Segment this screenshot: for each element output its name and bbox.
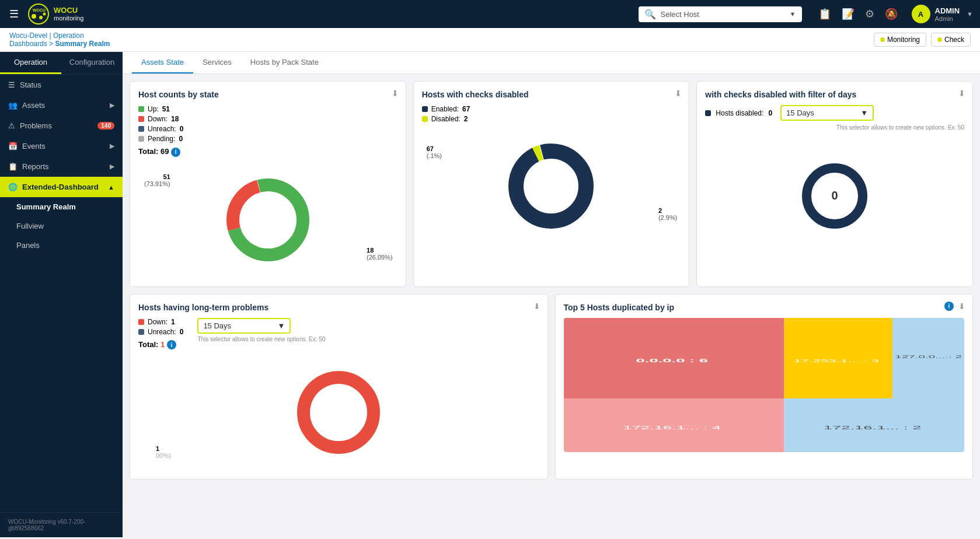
svg-point-7 (516, 151, 586, 221)
logo-text: WOCU monitoring (54, 6, 83, 22)
sidebar: Operation Configuration ☰ Status 👥 Asset… (0, 52, 123, 537)
card-checks-disabled-title: Hosts with checks disabled (422, 90, 681, 99)
problems-badge: 140 (97, 122, 114, 130)
disabled-filter-dot (705, 110, 711, 116)
long-term-selector: 15 Days ▼ This selector allows to create… (197, 318, 325, 342)
tab-hosts-pack-state[interactable]: Hosts by Pack State (241, 52, 328, 74)
download-icon-3[interactable]: ⬇ (958, 89, 965, 98)
sidebar-events-label: Events (22, 142, 46, 150)
long-term-left: Down: 1 Unreach: 0 Total: 1 i (138, 318, 183, 355)
breadcrumb: Wocu-Devel | Operation Dashboards > Summ… (9, 32, 110, 48)
sidebar-item-problems[interactable]: ⚠ Problems 140 (0, 116, 123, 136)
monitoring-dot (880, 37, 885, 42)
sidebar-item-panels[interactable]: Panels (0, 236, 123, 255)
legend-down: Down: 18 (138, 115, 397, 123)
user-menu[interactable]: A ADMIN Admin ▼ (912, 5, 974, 23)
svg-point-4 (43, 13, 46, 16)
notes-button[interactable]: 📋 (816, 5, 833, 23)
sidebar-item-fullview[interactable]: Fullview (0, 216, 123, 236)
svg-text:17.253.1... : 3: 17.253.1... : 3 (793, 358, 879, 363)
sidebar-item-events[interactable]: 📅 Events ▶ (0, 136, 123, 156)
problems-icon: ⚠ (8, 121, 15, 130)
dashboard-tabs: Assets State Services Hosts by Pack Stat… (123, 52, 980, 74)
sidebar-item-status[interactable]: ☰ Status (0, 75, 123, 95)
sidebar-item-reports[interactable]: 📋 Reports ▶ (0, 156, 123, 177)
svg-text:WOCU: WOCU (33, 8, 46, 12)
logo-icon: WOCU (28, 4, 49, 24)
events-arrow-icon: ▶ (110, 142, 114, 150)
tab-operation[interactable]: Operation (0, 52, 61, 74)
user-info: ADMIN Admin (935, 6, 960, 22)
tab-configuration[interactable]: Configuration (61, 52, 123, 74)
days-selector-3[interactable]: 15 Days ▼ (780, 105, 874, 121)
long-term-content: Down: 1 Unreach: 0 Total: 1 i (138, 318, 539, 355)
disabled-filter-chart: 0 (705, 138, 964, 254)
checks-disabled-legend: Enabled: 67 Disabled: 2 (422, 105, 681, 123)
dashboard-row1: Host counts by state ⬇ Up: 51 Down: 18 (123, 74, 980, 287)
sidebar-menu: ☰ Status 👥 Assets ▶ ⚠ Problems 140 📅 Eve… (0, 75, 123, 512)
info-icon[interactable]: i (171, 148, 180, 157)
host-counts-chart: 51 (73.91%) 18 (26.09%) (138, 162, 397, 278)
legend-long-unreach: Unreach: 0 (138, 328, 183, 336)
host-counts-total: Total: 69 i (138, 147, 397, 157)
chevron-down-icon-4: ▼ (278, 321, 285, 330)
card-disabled-filter: with checks disabled with filter of days… (696, 81, 973, 287)
card-long-term-title: Hosts having long-term problems (138, 303, 539, 312)
donut-chart-disabled-filter: 0 (800, 161, 870, 231)
card-long-term: Hosts having long-term problems ⬇ Down: … (130, 294, 548, 480)
info-icon-3[interactable]: i (944, 302, 954, 311)
label-up: 51 (73.91%) (144, 173, 170, 187)
download-icon[interactable]: ⬇ (392, 89, 399, 98)
selector-hint-3: This selector allows to create new optio… (705, 124, 964, 131)
download-icon-4[interactable]: ⬇ (533, 302, 540, 311)
download-icon-5[interactable]: ⬇ (958, 302, 965, 311)
assets-arrow-icon: ▶ (110, 102, 114, 109)
legend-long-down: Down: 1 (138, 318, 183, 326)
info-icon-2[interactable]: i (167, 340, 176, 349)
select-host-dropdown[interactable]: 🔍 Select Host ▼ (639, 6, 802, 22)
sidebar-status-label: Status (20, 80, 41, 89)
long-down-dot (138, 319, 144, 325)
host-counts-legend: Up: 51 Down: 18 Unreach: 0 (138, 105, 397, 157)
reports-arrow-icon: ▶ (110, 163, 114, 170)
long-term-legend: Down: 1 Unreach: 0 Total: 1 i (138, 318, 183, 350)
sidebar-item-summary-realm[interactable]: Summary Realm (0, 197, 123, 216)
legend-enabled: Enabled: 67 (422, 105, 681, 113)
notifications-button[interactable]: 🔕 (883, 5, 900, 23)
tab-services[interactable]: Services (193, 52, 241, 74)
sidebar-extended-dashboard[interactable]: 🌐 Extended-Dashboard ▲ (0, 177, 123, 197)
sidebar-assets-label: Assets (22, 101, 45, 110)
main-layout: Operation Configuration ☰ Status 👥 Asset… (0, 52, 980, 537)
menu-button[interactable]: ☰ (7, 5, 21, 23)
treemap-svg: 0.0.0.0 : 6 17.253.1... : 3 127.0.0....:… (564, 318, 965, 452)
svg-point-11 (304, 377, 374, 447)
legend-up: Up: 51 (138, 105, 397, 113)
long-term-label: 1 00%) (156, 445, 171, 459)
legend-unreach: Unreach: 0 (138, 125, 397, 133)
selector-hint-4: This selector allows to create new optio… (197, 336, 325, 342)
sidebar-reports-label: Reports (22, 162, 49, 171)
download-icon-2[interactable]: ⬇ (675, 89, 682, 98)
svg-text:172.16.1... : 4: 172.16.1... : 4 (623, 424, 721, 430)
search-icon: 🔍 (644, 9, 656, 20)
tab-assets-state[interactable]: Assets State (132, 52, 193, 74)
settings-button[interactable]: ⚙ (863, 5, 877, 23)
avatar: A (912, 5, 930, 23)
check-button[interactable]: Check (931, 33, 971, 47)
treemap: 0.0.0.0 : 6 17.253.1... : 3 127.0.0....:… (564, 318, 965, 452)
donut-chart-checks-disabled (504, 139, 598, 233)
monitoring-button[interactable]: Monitoring (874, 33, 926, 47)
card-host-counts: Host counts by state ⬇ Up: 51 Down: 18 (130, 81, 406, 287)
assets-icon: 👥 (8, 101, 18, 110)
svg-point-2 (32, 14, 36, 19)
user-arrow-icon: ▼ (967, 10, 973, 18)
check-dot (937, 37, 942, 42)
days-selector-4[interactable]: 15 Days ▼ (197, 318, 291, 334)
logo: WOCU WOCU monitoring (28, 4, 83, 24)
user-name: ADMIN (935, 6, 960, 15)
sidebar-tabs: Operation Configuration (0, 52, 123, 75)
card-checks-disabled: Hosts with checks disabled ⬇ Enabled: 67… (413, 81, 690, 287)
tasks-button[interactable]: 📝 (839, 5, 857, 23)
sidebar-item-assets[interactable]: 👥 Assets ▶ (0, 95, 123, 116)
card-top5-dup: Top 5 Hosts duplicated by ip ⬇ i 0.0.0.0… (555, 294, 974, 480)
